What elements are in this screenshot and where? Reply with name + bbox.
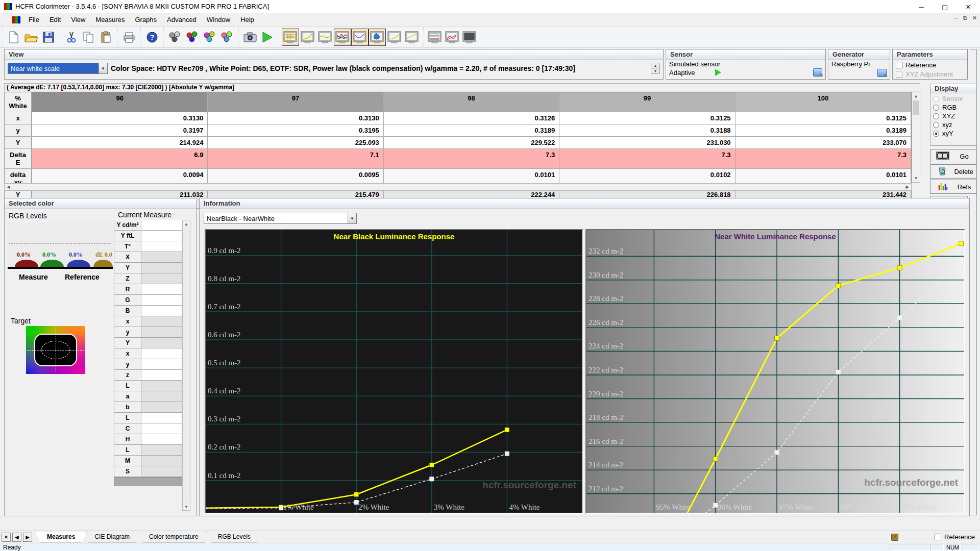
measure-row-value[interactable]: [141, 306, 182, 316]
measure-row-value[interactable]: [141, 370, 182, 381]
radio-icon[interactable]: [933, 113, 939, 119]
next-tab-icon[interactable]: ▶: [23, 533, 32, 542]
menu-measures[interactable]: Measures: [90, 14, 130, 26]
table-cell[interactable]: 0.3188: [559, 124, 735, 137]
mdi-restore-icon[interactable]: ⧉: [963, 15, 967, 21]
table-horizontal-scrollbar[interactable]: ◀ ▶: [4, 183, 912, 191]
scroll-up-icon[interactable]: ▲: [912, 92, 920, 100]
view-rgb-levels-curve-icon[interactable]: [316, 29, 334, 46]
minimize-icon[interactable]: ─: [910, 0, 933, 13]
primary-colors-measure-icon[interactable]: [184, 29, 201, 46]
refs-button[interactable]: Refs: [930, 180, 977, 194]
scroll-right-icon[interactable]: ▶: [903, 184, 911, 190]
table-cell[interactable]: 7.3: [559, 149, 735, 169]
display-option-xyz[interactable]: xyz: [933, 120, 974, 129]
checkbox-icon[interactable]: [896, 62, 902, 68]
measure-row-value[interactable]: [141, 338, 182, 348]
scroll-down-icon[interactable]: ▼: [912, 174, 920, 182]
chevron-down-icon[interactable]: ▼: [99, 63, 107, 73]
table-cell[interactable]: 0.3189: [736, 124, 911, 137]
view-multi-curves-icon[interactable]: [444, 29, 461, 46]
measure-row-value[interactable]: [141, 231, 182, 241]
close-icon[interactable]: ✕: [957, 0, 980, 13]
scroll-up-icon[interactable]: ▲: [183, 220, 190, 228]
measure-row-value[interactable]: [141, 413, 182, 423]
cut-icon[interactable]: [63, 29, 80, 46]
menu-help[interactable]: Help: [235, 14, 259, 26]
measure-row-value[interactable]: [141, 423, 182, 434]
table-cell[interactable]: 0.3189: [384, 124, 559, 137]
display-option-xyz[interactable]: XYZ: [933, 112, 974, 120]
table-cell[interactable]: 214.924: [32, 137, 208, 149]
measure-row-value[interactable]: [141, 348, 182, 359]
measure-row-value[interactable]: [141, 295, 182, 306]
measure-row-value[interactable]: [141, 316, 182, 327]
measure-row-value[interactable]: [141, 381, 182, 391]
column-header-100[interactable]: 100: [736, 92, 911, 112]
print-icon[interactable]: [120, 29, 138, 46]
menu-file[interactable]: File: [23, 14, 44, 26]
sensor-run-icon[interactable]: [715, 69, 721, 76]
delete-button[interactable]: Delete: [930, 164, 977, 179]
current-measure-scrollbar[interactable]: ▲ ▼: [182, 220, 190, 511]
table-cell[interactable]: 0.3130: [208, 112, 383, 124]
tab-measures[interactable]: Measures: [35, 532, 87, 543]
table-cell[interactable]: 0.3125: [736, 112, 911, 124]
copy-icon[interactable]: [80, 29, 97, 46]
table-cell[interactable]: 229.522: [384, 137, 559, 149]
table-cell[interactable]: 0.3130: [32, 112, 208, 124]
mdi-minimize-icon[interactable]: ─: [954, 15, 958, 21]
measure-row-value[interactable]: [141, 466, 182, 477]
help-about-icon[interactable]: ?: [143, 29, 161, 46]
view-curve-b-icon[interactable]: [403, 29, 421, 46]
menu-graphs[interactable]: Graphs: [130, 14, 162, 26]
table-cell[interactable]: 225.093: [208, 137, 383, 149]
table-cell[interactable]: 0.3126: [384, 112, 559, 124]
view-gamma-icon[interactable]: [299, 29, 316, 46]
table-cell[interactable]: 6.9: [32, 149, 208, 169]
scale-select[interactable]: Near white scale ▼: [8, 63, 108, 74]
grayscale-measure-icon[interactable]: [166, 29, 184, 46]
table-cell[interactable]: 233.070: [736, 137, 911, 149]
measure-row-value[interactable]: [141, 434, 182, 445]
measure-row-value[interactable]: [141, 391, 182, 402]
view-curve-a-icon[interactable]: [386, 29, 403, 46]
measure-row-value[interactable]: [141, 284, 182, 295]
scroll-left-icon[interactable]: ◀: [5, 184, 12, 190]
menu-edit[interactable]: Edit: [44, 14, 66, 26]
measure-row-value[interactable]: [141, 327, 182, 338]
tab-rgb-levels[interactable]: RGB Levels: [206, 532, 262, 543]
measure-row-value[interactable]: [141, 445, 182, 456]
view-color-temperature-icon[interactable]: [334, 29, 351, 46]
scroll-down-icon[interactable]: ▼: [183, 503, 190, 510]
sensor-config-icon[interactable]: [813, 68, 822, 77]
measure-count-spinner[interactable]: ▲▼: [651, 63, 660, 74]
chevron-down-icon[interactable]: ▼: [348, 213, 356, 223]
table-cell[interactable]: 231.030: [559, 137, 735, 149]
new-file-icon[interactable]: [5, 29, 22, 46]
radio-icon[interactable]: [933, 131, 939, 137]
open-file-icon[interactable]: [22, 29, 40, 46]
generator-config-icon[interactable]: [877, 69, 887, 77]
table-cell[interactable]: 0.3197: [32, 124, 208, 137]
capture-icon[interactable]: [241, 29, 259, 46]
radio-icon[interactable]: [933, 105, 939, 111]
saturation-measure-icon[interactable]: [218, 29, 236, 46]
radio-icon[interactable]: [933, 122, 939, 128]
tab-cie-diagram[interactable]: CIE Diagram: [83, 532, 141, 543]
table-cell[interactable]: 0.3125: [559, 112, 735, 124]
measure-row-value[interactable]: [141, 241, 182, 252]
measure-row-value[interactable]: [141, 263, 182, 273]
secondary-colors-measure-icon[interactable]: [201, 29, 218, 46]
column-header-96[interactable]: 96: [32, 92, 208, 112]
table-cell[interactable]: 7.3: [384, 149, 559, 169]
save-file-icon[interactable]: [40, 29, 57, 46]
mdi-close-icon[interactable]: ✕: [972, 15, 977, 21]
menu-view[interactable]: View: [66, 14, 90, 26]
column-header-98[interactable]: 98: [384, 92, 559, 112]
information-select[interactable]: NearBlack - NearWhite ▼: [204, 213, 357, 224]
menu-window[interactable]: Window: [202, 14, 235, 26]
display-option-xyy[interactable]: xyY: [933, 129, 974, 138]
measure-row-value[interactable]: [141, 456, 182, 466]
display-option-rgb[interactable]: RGB: [933, 103, 974, 112]
